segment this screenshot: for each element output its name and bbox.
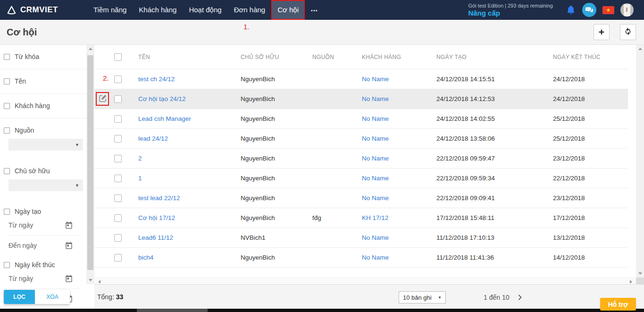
table-row[interactable]: Cơ hội tạo 24/12 NguyenBich No Name 24/1… <box>94 89 628 109</box>
scroll-down-icon[interactable] <box>636 270 644 278</box>
opportunity-name-link[interactable]: Lead csh Manager <box>138 115 241 122</box>
opportunity-name-link[interactable]: Lead6 11/12 <box>138 234 241 241</box>
table-row[interactable]: lead 24/12 NguyenBich No Name 24/12/2018… <box>94 129 628 149</box>
opportunity-name-link[interactable]: 2 <box>138 155 241 162</box>
support-button[interactable]: Hỗ trợ <box>600 298 636 311</box>
row-checkbox[interactable] <box>114 214 122 222</box>
upgrade-link[interactable]: Nâng cấp <box>468 9 500 17</box>
owner-checkbox[interactable] <box>4 168 10 174</box>
calendar-icon[interactable] <box>65 221 73 229</box>
customer-link[interactable]: No Name <box>362 175 436 182</box>
keyword-checkbox[interactable] <box>4 54 10 60</box>
nav-item-don-hang[interactable]: Đơn hàng <box>228 0 272 20</box>
edit-icon[interactable] <box>98 94 107 104</box>
add-button[interactable]: + <box>594 24 610 40</box>
bottom-scrollbar[interactable] <box>0 309 644 312</box>
created-date-cell: 24/12/2018 14:02:55 <box>436 115 553 122</box>
table-row[interactable]: 1 NguyenBich No Name 22/12/2018 09:59:34… <box>94 169 628 188</box>
row-checkbox[interactable] <box>114 115 122 123</box>
filter-apply-button[interactable]: LỌC <box>4 290 35 304</box>
column-header-ngay-tao[interactable]: NGÀY TẠO <box>436 54 553 60</box>
row-checkbox[interactable] <box>114 155 122 162</box>
filter-keyword: Từ khóa <box>0 45 86 69</box>
calendar-icon[interactable] <box>65 274 73 283</box>
nav-item-khach-hang[interactable]: Khách hàng <box>133 0 183 20</box>
refresh-button[interactable] <box>620 24 636 40</box>
bell-icon[interactable] <box>566 5 576 15</box>
column-header-khach-hang[interactable]: KHÁCH HÀNG <box>362 54 436 60</box>
nav-item-tiem-nang[interactable]: Tiềm năng <box>87 0 133 20</box>
chat-icon[interactable] <box>582 3 596 17</box>
row-checkbox[interactable] <box>114 135 122 143</box>
row-checkbox[interactable] <box>114 175 122 182</box>
brand-logo[interactable]: CRMVIET <box>0 5 58 15</box>
avatar-image <box>624 4 630 17</box>
opportunity-name-link[interactable]: lead 24/12 <box>138 135 241 142</box>
opportunity-name-link[interactable]: bich4 <box>138 254 241 261</box>
row-checkbox[interactable] <box>114 234 122 242</box>
name-checkbox[interactable] <box>4 78 10 84</box>
owner-label: Chủ sở hữu <box>15 167 50 175</box>
filter-sidebar: Từ khóa Tên Khách hàng Nguồn ▼ Chủ sở hữ… <box>0 45 94 309</box>
table-row[interactable]: Lead6 11/12 NVBich1 No Name 11/12/2018 1… <box>94 228 628 248</box>
row-checkbox-cell <box>114 194 138 202</box>
scroll-up-icon[interactable] <box>86 45 94 53</box>
nav-more-icon[interactable]: ••• <box>305 0 324 20</box>
customer-checkbox[interactable] <box>4 103 10 109</box>
table-row[interactable]: Cơ hội 17/12 NguyenBich fđg KH 17/12 17/… <box>94 208 628 228</box>
customer-link[interactable]: No Name <box>362 194 436 202</box>
row-checkbox[interactable] <box>114 254 122 261</box>
owner-select[interactable]: ▼ <box>8 179 83 191</box>
brand-name: CRMVIET <box>20 5 58 15</box>
customer-link[interactable]: No Name <box>362 135 436 142</box>
customer-link[interactable]: No Name <box>362 234 436 241</box>
created-date-checkbox[interactable] <box>4 209 10 215</box>
sidebar-scrollbar[interactable] <box>86 45 94 284</box>
table-row[interactable]: Lead csh Manager NguyenBich No Name 24/1… <box>94 109 628 129</box>
scroll-down-icon[interactable] <box>86 276 94 284</box>
vietnam-flag-icon[interactable]: ★ <box>602 6 614 14</box>
opportunity-name-link[interactable]: test lead 22/12 <box>138 194 241 202</box>
horizontal-scrollbar[interactable] <box>94 278 636 284</box>
filter-clear-button[interactable]: XÓA <box>35 290 70 304</box>
next-page-button[interactable] <box>516 294 524 301</box>
customer-link[interactable]: No Name <box>362 95 436 102</box>
scroll-up-icon[interactable] <box>636 45 644 53</box>
end-date-checkbox[interactable] <box>4 262 10 268</box>
table-row[interactable]: test ch 24/12 NguyenBich No Name 24/12/2… <box>94 69 628 89</box>
row-checkbox[interactable] <box>114 76 122 83</box>
customer-link[interactable]: KH 17/12 <box>362 214 436 221</box>
page-size-select[interactable]: 10 bản ghi ▼ <box>399 291 446 304</box>
end-date-cell: 23/12/2018 <box>553 194 628 202</box>
customer-link[interactable]: No Name <box>362 76 436 83</box>
page-header: Cơ hội 1. + <box>0 20 644 45</box>
source-label: Nguồn <box>15 126 34 134</box>
user-avatar[interactable] <box>620 3 634 17</box>
customer-link[interactable]: No Name <box>362 115 436 122</box>
calendar-icon[interactable] <box>65 241 73 250</box>
nav-item-co-hoi[interactable]: Cơ hội <box>271 0 305 20</box>
bottom-scrollbar-thumb[interactable] <box>137 309 208 312</box>
table-row[interactable]: test lead 22/12 NguyenBich No Name 22/12… <box>94 188 628 208</box>
opportunity-name-link[interactable]: Cơ hội tạo 24/12 <box>138 95 241 102</box>
column-header-nguon[interactable]: NGUỒN <box>312 54 362 60</box>
row-checkbox[interactable] <box>114 95 122 103</box>
customer-link[interactable]: No Name <box>362 254 436 261</box>
column-header-ngay-ket-thuc[interactable]: NGÀY KẾT THÚC <box>553 54 628 60</box>
opportunity-name-link[interactable]: test ch 24/12 <box>138 76 241 83</box>
vertical-scrollbar[interactable] <box>636 45 644 278</box>
opportunity-name-link[interactable]: Cơ hội 17/12 <box>138 214 241 221</box>
table-row[interactable]: 2 NguyenBich No Name 22/12/2018 09:59:47… <box>94 149 628 169</box>
opportunity-name-link[interactable]: 1 <box>138 175 241 182</box>
row-checkbox-cell <box>114 76 138 83</box>
select-all-checkbox[interactable] <box>114 53 122 61</box>
sidebar-scrollbar-thumb[interactable] <box>87 55 93 270</box>
nav-item-hoat-dong[interactable]: Hoạt động <box>183 0 227 20</box>
customer-link[interactable]: No Name <box>362 155 436 162</box>
column-header-ten[interactable]: TÊN <box>138 54 241 60</box>
source-select[interactable]: ▼ <box>8 139 83 151</box>
column-header-chu-so-huu[interactable]: CHỦ SỞ HỮU <box>241 54 312 60</box>
table-row[interactable]: bich4 NguyenBich No Name 11/12/2018 11:4… <box>94 248 628 268</box>
row-checkbox[interactable] <box>114 194 122 202</box>
source-checkbox[interactable] <box>4 127 10 134</box>
